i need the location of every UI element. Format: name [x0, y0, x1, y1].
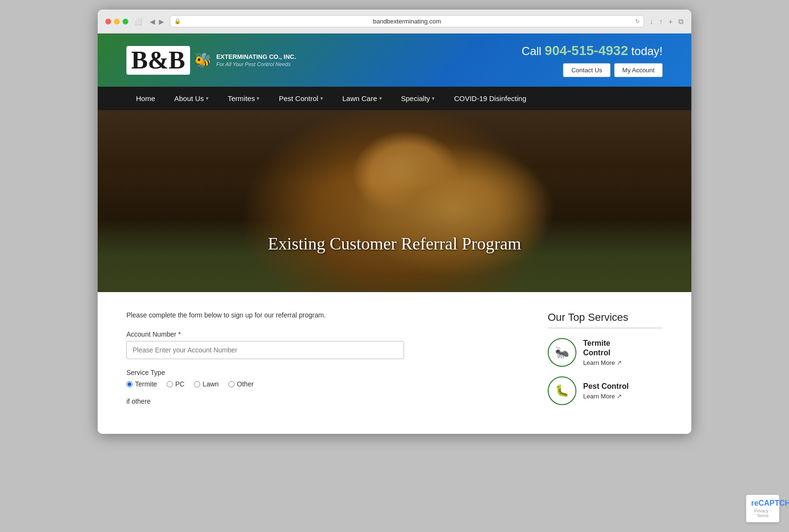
header-buttons: Contact Us My Account — [522, 63, 663, 77]
phone-number: 904-515-4932 — [545, 43, 628, 58]
hero-title: Existing Customer Referral Program — [268, 234, 521, 254]
pest-learn-more-text: Learn More — [583, 393, 615, 400]
browser-titlebar: ⬜ ◀ ▶ 🔒 bandbexterminating.com ↻ ↓ ↑ + ⧉ — [98, 10, 691, 34]
bee-icon: 🐝 — [194, 52, 212, 68]
sidebar-divider — [548, 328, 663, 328]
radio-pc-input[interactable] — [167, 381, 173, 387]
nav-pest-label: Pest Control — [279, 94, 318, 102]
account-number-label: Account Number * — [126, 330, 519, 338]
radio-other-input[interactable] — [228, 381, 235, 387]
termite-control-card: 🐜 Termite Control Learn More ↗ — [548, 338, 663, 367]
header-phone: Call 904-515-4932 today! — [522, 43, 663, 58]
nav-lawn-label: Lawn Care — [342, 94, 377, 102]
phone-suffix: today! — [628, 45, 663, 57]
hero-section: Existing Customer Referral Program — [98, 110, 691, 292]
logo-main-text: B&B — [131, 46, 185, 74]
phone-prefix: Call — [522, 45, 545, 57]
radio-termite-label: Termite — [135, 380, 157, 388]
pest-service-info: Pest Control Learn More ↗ — [583, 382, 629, 400]
nav-specialty[interactable]: Specialty ▾ — [392, 87, 445, 110]
radio-other[interactable]: Other — [228, 380, 254, 388]
logo-subtitle: EXTERMINATING CO., INC. For All Your Pes… — [216, 53, 296, 67]
pest-control-card: 🐛 Pest Control Learn More ↗ — [548, 376, 663, 405]
service-type-label: Service Type — [126, 369, 519, 376]
recaptcha-badge: reCAPTCHA Privacy - Terms — [746, 495, 779, 522]
termite-service-name: Termite Control — [583, 339, 622, 357]
nav-specialty-arrow: ▾ — [432, 95, 435, 102]
nav-about-arrow: ▾ — [206, 95, 209, 102]
main-content: Please complete the form below to sign u… — [98, 292, 691, 434]
account-number-group: Account Number * — [126, 330, 519, 359]
pest-learn-more-arrow: ↗ — [617, 393, 622, 400]
pest-service-name: Pest Control — [583, 382, 629, 391]
nav-termites-arrow: ▾ — [257, 95, 259, 102]
sidebar-title: Our Top Services — [548, 311, 663, 324]
nav-lawn-arrow: ▾ — [379, 95, 382, 102]
forward-button[interactable]: ▶ — [159, 18, 164, 25]
radio-pc-label: PC — [175, 380, 184, 388]
nav-covid-label: COVID-19 Disinfecting — [454, 94, 526, 102]
nav-about-us[interactable]: About Us ▾ — [165, 87, 218, 110]
nav-pest-control[interactable]: Pest Control ▾ — [269, 87, 333, 110]
browser-nav-controls: ◀ ▶ — [150, 18, 164, 25]
radio-pc[interactable]: PC — [167, 380, 184, 388]
share-icon[interactable]: ↑ — [659, 17, 663, 26]
radio-termite-input[interactable] — [126, 381, 133, 387]
termite-learn-more-text: Learn More — [583, 359, 615, 366]
termite-learn-more-arrow: ↗ — [617, 359, 622, 366]
browser-window: ⬜ ◀ ▶ 🔒 bandbexterminating.com ↻ ↓ ↑ + ⧉… — [98, 10, 691, 434]
recaptcha-text[interactable]: Privacy - Terms — [751, 509, 774, 518]
termite-icon-circle: 🐜 — [548, 338, 576, 367]
url-text: bandbexterminating.com — [373, 18, 441, 25]
nav-pest-arrow: ▾ — [320, 95, 323, 102]
back-button[interactable]: ◀ — [150, 18, 155, 25]
lock-icon: 🔒 — [174, 18, 181, 24]
reload-icon[interactable]: ↻ — [635, 18, 640, 24]
site-header: B&B 🐝 EXTERMINATING CO., INC. For All Yo… — [98, 34, 691, 87]
form-section: Please complete the form below to sign u… — [126, 311, 519, 415]
radio-lawn[interactable]: Lawn — [194, 380, 218, 388]
nav-about-label: About Us — [174, 94, 204, 102]
header-right: Call 904-515-4932 today! Contact Us My A… — [522, 43, 663, 77]
website-content: B&B 🐝 EXTERMINATING CO., INC. For All Yo… — [98, 34, 691, 434]
address-bar[interactable]: 🔒 bandbexterminating.com ↻ — [170, 15, 644, 27]
if-other-text: if othere — [126, 397, 519, 405]
radio-other-label: Other — [237, 380, 254, 388]
download-icon[interactable]: ↓ — [650, 17, 654, 26]
my-account-button[interactable]: My Account — [614, 63, 663, 77]
browser-dots — [105, 19, 128, 24]
nav-lawn-care[interactable]: Lawn Care ▾ — [333, 87, 392, 110]
service-type-radio-group: Termite PC Lawn Other — [126, 380, 519, 388]
windows-icon[interactable]: ⧉ — [678, 17, 684, 26]
pest-learn-more-link[interactable]: Learn More ↗ — [583, 393, 629, 400]
maximize-dot[interactable] — [123, 19, 128, 24]
radio-termite[interactable]: Termite — [126, 380, 157, 388]
nav-termites-label: Termites — [228, 94, 255, 102]
radio-lawn-input[interactable] — [194, 381, 200, 387]
termite-icon: 🐜 — [555, 346, 569, 359]
contact-us-button[interactable]: Contact Us — [563, 63, 610, 77]
sidebar: Our Top Services 🐜 Termite Control Learn… — [548, 311, 663, 415]
pest-icon: 🐛 — [555, 384, 569, 397]
logo-company: EXTERMINATING CO., INC. — [216, 53, 296, 61]
nav-home[interactable]: Home — [126, 87, 165, 110]
close-dot[interactable] — [105, 19, 111, 24]
service-type-group: Service Type Termite PC Lawn — [126, 369, 519, 388]
browser-action-buttons: ↓ ↑ + ⧉ — [650, 17, 684, 26]
account-number-input[interactable] — [126, 341, 404, 359]
new-tab-icon[interactable]: + — [668, 17, 673, 26]
nav-termites[interactable]: Termites ▾ — [218, 87, 270, 110]
hero-overlay — [98, 110, 691, 292]
minimize-dot[interactable] — [114, 19, 120, 24]
sidebar-toggle-icon[interactable]: ⬜ — [134, 18, 142, 25]
logo-text: B&B — [126, 46, 190, 75]
form-intro-text: Please complete the form below to sign u… — [126, 311, 519, 319]
nav-specialty-label: Specialty — [401, 94, 430, 102]
logo-tagline: For All Your Pest Control Needs — [216, 61, 296, 67]
pest-icon-circle: 🐛 — [548, 376, 576, 405]
termite-service-info: Termite Control Learn More ↗ — [583, 339, 622, 366]
radio-lawn-label: Lawn — [203, 380, 218, 388]
termite-learn-more-link[interactable]: Learn More ↗ — [583, 359, 622, 366]
site-nav: Home About Us ▾ Termites ▾ Pest Control … — [98, 87, 691, 110]
nav-covid[interactable]: COVID-19 Disinfecting — [444, 87, 536, 110]
